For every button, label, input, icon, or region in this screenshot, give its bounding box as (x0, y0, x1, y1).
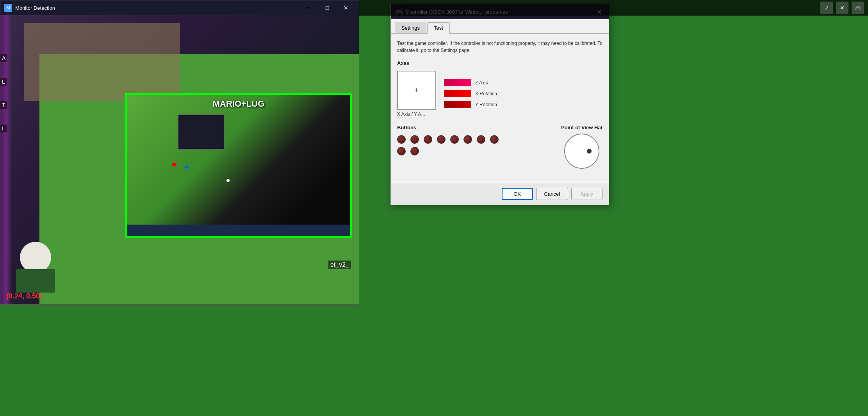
buttons-section-title: Buttons (397, 125, 549, 130)
white-dot (226, 179, 230, 182)
monitor-titlebar: M Monitor Detection ─ □ ✕ (0, 0, 359, 15)
joystick-display-box: + (397, 71, 436, 110)
z-axis-bar (444, 79, 471, 86)
top-taskbar: ↗ ✕ 🎮 (359, 0, 868, 16)
button-dot-4 (437, 135, 446, 144)
monitor-window-icon: M (4, 4, 12, 12)
monitor-window-controls: ─ □ ✕ (299, 2, 355, 14)
red-indicator (172, 163, 176, 166)
left-side-labels: A L T I (0, 54, 7, 132)
axes-section-title: Axes (397, 60, 602, 66)
button-dot-10 (410, 147, 419, 155)
monitor-detection-window: M Monitor Detection ─ □ ✕ A L T I (0, 0, 359, 305)
buttons-pov-section: Buttons Point of View Hat (397, 125, 602, 169)
button-dot-6 (463, 135, 472, 144)
tab-settings[interactable]: Settings (395, 22, 426, 33)
buttons-area: Buttons (397, 125, 549, 169)
taskbar-icon-3[interactable]: 🎮 (852, 2, 864, 14)
button-dot-5 (450, 135, 459, 144)
apply-button[interactable]: Apply (571, 188, 602, 200)
controller-properties-dialog: 🎮 Controller (XBOX 360 For Windo... prop… (390, 4, 609, 205)
z-axis-label: Z Axis (475, 80, 488, 86)
monitor-minimize-button[interactable]: ─ (299, 2, 317, 14)
inner-monitor (178, 114, 225, 150)
world-map-decoration (24, 23, 180, 101)
y-rotation-label: Y Rotation (475, 102, 497, 107)
y-rotation-bar (444, 101, 471, 108)
dialog-footer: OK Cancel Apply (391, 183, 609, 205)
ok-button[interactable]: OK (502, 188, 533, 200)
monitor-window-title: Monitor Detection (15, 5, 296, 11)
x-rotation-bar (444, 90, 471, 97)
dialog-description: Test the game controller. If the control… (397, 40, 602, 54)
tab-test[interactable]: Test (427, 22, 450, 34)
button-dot-2 (410, 135, 419, 144)
button-dot-3 (424, 135, 432, 144)
x-rotation-item: X Rotation (444, 90, 497, 97)
dialog-body: Test the game controller. If the control… (391, 34, 609, 183)
monitor-maximize-button[interactable]: □ (318, 2, 336, 14)
axes-section: + X Axis / Y A... Z Axis X Rotation Y Ro… (397, 71, 602, 117)
tv-title: MARIO+LUG (213, 99, 265, 109)
axis-sublabel: X Axis / Y A... (397, 111, 436, 117)
axes-legend: Z Axis X Rotation Y Rotation (444, 71, 497, 117)
y-rotation-item: Y Rotation (444, 101, 497, 108)
dialog-tab-bar: Settings Test (391, 19, 609, 34)
coordinate-display: (0.24, 0.50) (6, 292, 42, 300)
label-c: T (0, 101, 7, 109)
tv-screen: MARIO+LUG + (127, 95, 350, 236)
taskbar-icon-2[interactable]: ✕ (836, 2, 848, 14)
crosshair-icon: + (184, 161, 190, 174)
speaker-object (20, 242, 51, 273)
joystick-center-icon: + (414, 86, 419, 95)
buttons-row-2 (397, 147, 549, 155)
tv-taskbar (127, 225, 350, 236)
books-stack (16, 269, 55, 293)
taskbar-icon-1[interactable]: ↗ (820, 2, 833, 14)
tv-game-display: MARIO+LUG + (127, 95, 350, 236)
monitor-content-area: A L T I MARIO+LUG + (0, 15, 359, 304)
monitor-close-button[interactable]: ✕ (337, 2, 355, 14)
z-axis-item: Z Axis (444, 79, 497, 86)
button-dot-7 (477, 135, 485, 144)
label-b: L (0, 78, 7, 86)
inner-monitor-screen (178, 115, 224, 149)
buttons-row-1 (397, 135, 549, 144)
button-dot-8 (490, 135, 499, 144)
tv-monitor: MARIO+LUG + (125, 93, 352, 238)
pov-hat-label: Point of View Hat (561, 125, 602, 130)
pov-hat-dot (587, 149, 592, 154)
bottom-right-text: et_v2_ (328, 261, 351, 269)
button-dot-9 (397, 147, 406, 155)
pov-hat-circle (564, 134, 599, 169)
button-dot-1 (397, 135, 406, 144)
cancel-button[interactable]: Cancel (536, 188, 568, 200)
camera-view: A L T I MARIO+LUG + (0, 15, 359, 304)
label-d: I (0, 125, 7, 132)
label-a: A (0, 54, 7, 62)
pov-hat-area: Point of View Hat (561, 125, 602, 169)
x-rotation-label: X Rotation (475, 91, 497, 96)
